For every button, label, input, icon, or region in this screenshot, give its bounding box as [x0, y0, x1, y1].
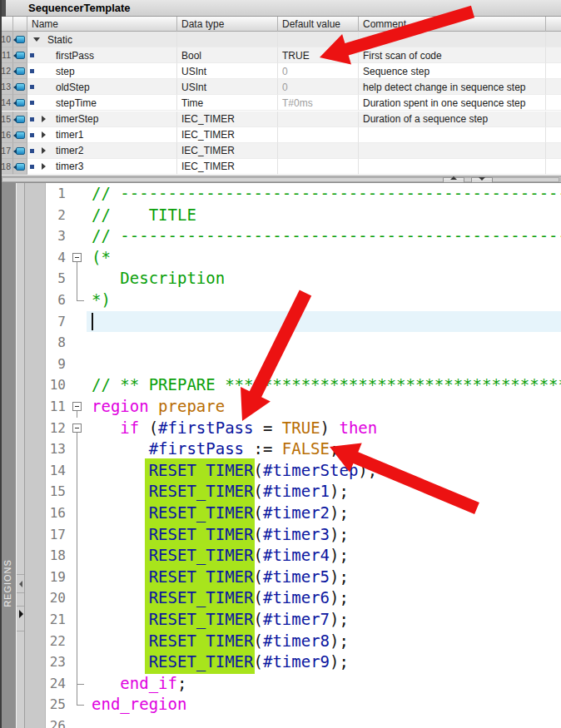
- code-line[interactable]: 17 RESET_TIMER(#timer3);: [46, 524, 561, 546]
- table-row[interactable]: 17timer2IEC_TIMER: [0, 143, 561, 159]
- cell-data-type[interactable]: IEC_TIMER: [177, 143, 278, 159]
- line-number: 12: [46, 418, 66, 439]
- row-number-cell: 13: [0, 79, 13, 95]
- cell-default-value[interactable]: 0: [278, 79, 359, 95]
- code-line[interactable]: 20 RESET_TIMER(#timer6);: [46, 587, 561, 609]
- column-header-comment[interactable]: Comment: [359, 17, 546, 32]
- code-line[interactable]: 2// TITLE: [46, 205, 561, 226]
- cell-data-type[interactable]: [177, 32, 278, 47]
- table-row[interactable]: 10Static: [0, 32, 561, 47]
- cell-name[interactable]: Static: [27, 32, 177, 47]
- table-row[interactable]: 15timerStepIEC_TIMERDuration of a sequen…: [0, 111, 561, 127]
- table-row[interactable]: 16timer1IEC_TIMER: [0, 127, 561, 143]
- code-line[interactable]: 4(*: [46, 247, 561, 269]
- column-header-name[interactable]: Name: [27, 17, 177, 32]
- cell-name[interactable]: stepTime: [27, 95, 177, 111]
- code-line[interactable]: 24 end_if;: [46, 673, 561, 695]
- cell-comment[interactable]: [359, 127, 546, 143]
- editor-splitter[interactable]: [16, 183, 25, 728]
- fold-toggle[interactable]: [72, 253, 82, 262]
- cell-name[interactable]: timer3: [27, 159, 177, 175]
- cell-comment[interactable]: [359, 32, 546, 47]
- code-line[interactable]: 18 RESET_TIMER(#timer4);: [46, 545, 561, 567]
- code-line[interactable]: 12 if (#firstPass = TRUE) then: [46, 418, 561, 439]
- cell-data-type[interactable]: USInt: [177, 79, 278, 95]
- cell-comment[interactable]: Duration spent in one sequence step: [359, 95, 546, 111]
- code-line[interactable]: 8: [46, 332, 561, 354]
- code-line[interactable]: 11region prepare: [46, 396, 561, 418]
- code-line[interactable]: 26: [46, 716, 561, 728]
- code-line[interactable]: 3// ------------------------------------…: [46, 225, 561, 247]
- cell-data-type[interactable]: Time: [177, 95, 278, 111]
- cell-name[interactable]: firstPass: [27, 47, 177, 63]
- table-row[interactable]: 18timer3IEC_TIMER: [0, 159, 561, 175]
- plain-token: (: [253, 525, 262, 543]
- cell-comment[interactable]: help detect change in sequence step: [359, 79, 546, 95]
- plain-token: (: [253, 588, 262, 607]
- expand-triangle-icon[interactable]: [42, 163, 46, 170]
- cell-default-value[interactable]: [278, 159, 359, 175]
- code-line[interactable]: 13 #firstPass := FALSE;: [46, 438, 561, 460]
- cell-default-value[interactable]: 0: [278, 63, 359, 79]
- code-line[interactable]: 22 RESET_TIMER(#timer8);: [46, 631, 561, 652]
- code-line[interactable]: 9: [46, 354, 561, 375]
- collapse-triangle-icon[interactable]: [33, 37, 40, 42]
- cell-default-value[interactable]: [278, 143, 359, 159]
- variable-table-header: Name Data type Default value Comment: [0, 17, 561, 32]
- fold-column: [71, 694, 84, 716]
- cell-comment[interactable]: [359, 143, 546, 159]
- cell-name[interactable]: timerStep: [27, 111, 177, 127]
- cell-comment[interactable]: [359, 159, 546, 175]
- cell-name[interactable]: timer1: [27, 127, 177, 143]
- table-scrollbar[interactable]: [0, 176, 561, 182]
- code-line[interactable]: 6*): [46, 290, 561, 311]
- cell-data-type[interactable]: Bool: [177, 47, 278, 63]
- plain-token: (: [253, 631, 262, 650]
- table-row[interactable]: 11firstPassBoolTRUEFirst scan of code: [0, 47, 561, 63]
- cell-name[interactable]: timer2: [27, 143, 177, 159]
- cell-name[interactable]: oldStep: [27, 79, 177, 95]
- cell-default-value[interactable]: [278, 127, 359, 143]
- code-line[interactable]: 15 RESET_TIMER(#timer1);: [46, 481, 561, 503]
- table-row[interactable]: 13oldStepUSInt0help detect change in seq…: [0, 79, 561, 95]
- expand-triangle-icon[interactable]: [42, 147, 46, 154]
- code-line[interactable]: 16 RESET_TIMER(#timer2);: [46, 503, 561, 524]
- cell-comment[interactable]: Duration of a sequence step: [359, 111, 546, 127]
- table-row[interactable]: 12stepUSInt0Sequence step: [0, 63, 561, 79]
- code-line[interactable]: 1// ------------------------------------…: [46, 183, 561, 205]
- cell-data-type[interactable]: IEC_TIMER: [177, 111, 278, 127]
- cell-default-value[interactable]: [278, 111, 359, 127]
- fold-toggle[interactable]: [72, 423, 82, 433]
- code-line[interactable]: 19 RESET_TIMER(#timer5);: [46, 567, 561, 588]
- code-line[interactable]: 7: [46, 311, 561, 333]
- fold-toggle[interactable]: [72, 402, 82, 411]
- code-area[interactable]: 1// ------------------------------------…: [46, 183, 561, 728]
- cell-name[interactable]: step: [27, 63, 177, 79]
- expand-triangle-icon[interactable]: [42, 116, 46, 122]
- cell-data-type[interactable]: IEC_TIMER: [177, 159, 278, 175]
- cell-comment[interactable]: Sequence step: [359, 63, 546, 79]
- table-row[interactable]: 14stepTimeTimeT#0msDuration spent in one…: [0, 95, 561, 111]
- column-header-data-type[interactable]: Data type: [177, 17, 278, 32]
- expand-right-icon[interactable]: [19, 610, 23, 618]
- cell-data-type[interactable]: USInt: [177, 63, 278, 79]
- column-header-default-value[interactable]: Default value: [278, 17, 359, 32]
- row-number-cell: 12: [0, 63, 13, 79]
- cell-data-type[interactable]: IEC_TIMER: [177, 127, 278, 143]
- plain-token: (: [253, 482, 262, 500]
- code-line[interactable]: 25end_region: [46, 694, 561, 716]
- cell-default-value[interactable]: TRUE: [278, 47, 359, 63]
- code-line[interactable]: 5 Description: [46, 268, 561, 290]
- cell-comment[interactable]: First scan of code: [359, 47, 546, 63]
- regions-side-tab[interactable]: REGIONS: [0, 183, 16, 728]
- plain-token: );: [330, 546, 349, 564]
- cell-default-value[interactable]: T#0ms: [278, 95, 359, 111]
- plain-token: );: [358, 461, 377, 479]
- code-line[interactable]: 21 RESET_TIMER(#timer7);: [46, 609, 561, 631]
- code-line[interactable]: 10// ** PREPARE ************************…: [46, 374, 561, 396]
- code-line[interactable]: 14 RESET_TIMER(#timerStep);: [46, 460, 561, 482]
- expand-triangle-icon[interactable]: [42, 131, 46, 138]
- code-line[interactable]: 23 RESET_TIMER(#timer9);: [46, 651, 561, 673]
- collapse-left-icon[interactable]: [19, 581, 22, 587]
- cell-default-value[interactable]: [278, 32, 359, 47]
